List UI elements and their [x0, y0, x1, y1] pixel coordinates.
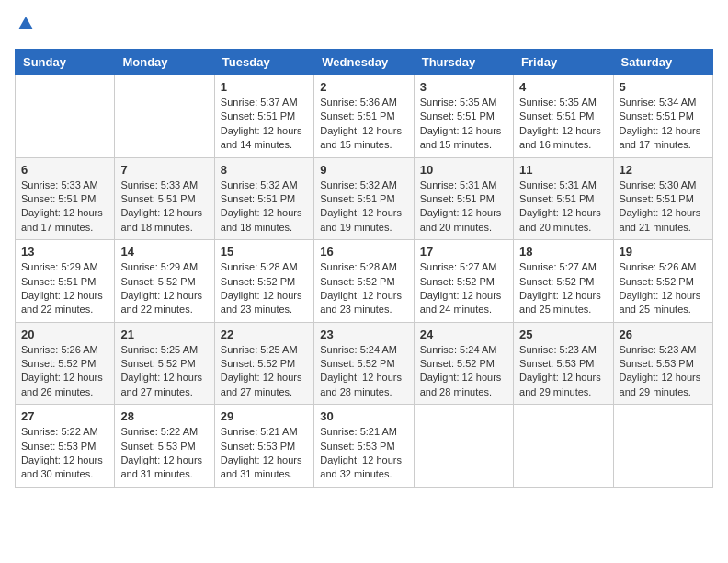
day-number: 14	[120, 245, 208, 259]
day-info: Sunrise: 5:24 AM Sunset: 5:52 PM Dayligh…	[420, 343, 507, 400]
day-info: Sunrise: 5:32 AM Sunset: 5:51 PM Dayligh…	[320, 178, 407, 236]
day-number: 19	[620, 245, 707, 259]
calendar-header-row: SundayMondayTuesdayWednesdayThursdayFrid…	[16, 50, 713, 75]
day-info: Sunrise: 5:33 AM Sunset: 5:51 PM Dayligh…	[21, 178, 108, 236]
day-number: 10	[420, 163, 507, 177]
day-number: 22	[221, 327, 308, 341]
day-number: 21	[120, 327, 208, 341]
day-info: Sunrise: 5:22 AM Sunset: 5:53 PM Dayligh…	[120, 425, 208, 482]
day-info: Sunrise: 5:32 AM Sunset: 5:51 PM Dayligh…	[221, 178, 308, 236]
calendar-cell: 20Sunrise: 5:26 AM Sunset: 5:52 PM Dayli…	[16, 322, 115, 405]
calendar-header-saturday: Saturday	[613, 50, 712, 75]
day-info: Sunrise: 5:29 AM Sunset: 5:51 PM Dayligh…	[21, 260, 108, 317]
day-info: Sunrise: 5:25 AM Sunset: 5:52 PM Dayligh…	[221, 343, 308, 400]
day-info: Sunrise: 5:27 AM Sunset: 5:52 PM Dayligh…	[519, 260, 607, 317]
day-info: Sunrise: 5:34 AM Sunset: 5:51 PM Dayligh…	[620, 96, 707, 153]
day-number: 12	[620, 163, 707, 177]
day-number: 23	[320, 327, 407, 341]
calendar-cell: 5Sunrise: 5:34 AM Sunset: 5:51 PM Daylig…	[613, 75, 712, 158]
day-number: 6	[21, 163, 108, 177]
day-number: 25	[519, 327, 607, 341]
calendar-header-sunday: Sunday	[16, 50, 115, 75]
day-info: Sunrise: 5:29 AM Sunset: 5:52 PM Dayligh…	[120, 260, 208, 317]
day-number: 4	[519, 80, 607, 94]
calendar-cell: 21Sunrise: 5:25 AM Sunset: 5:52 PM Dayli…	[115, 322, 214, 405]
day-number: 17	[420, 245, 507, 259]
calendar-cell: 23Sunrise: 5:24 AM Sunset: 5:52 PM Dayli…	[314, 322, 414, 405]
day-number: 28	[120, 409, 208, 423]
calendar-cell: 4Sunrise: 5:35 AM Sunset: 5:51 PM Daylig…	[514, 75, 613, 158]
day-number: 11	[519, 163, 607, 177]
day-number: 24	[420, 327, 507, 341]
calendar-header-monday: Monday	[115, 50, 214, 75]
calendar-cell	[115, 75, 214, 158]
day-number: 16	[320, 245, 407, 259]
logo-icon	[17, 15, 35, 33]
calendar-cell: 30Sunrise: 5:21 AM Sunset: 5:53 PM Dayli…	[314, 405, 414, 488]
day-number: 13	[21, 245, 108, 259]
day-number: 8	[221, 163, 308, 177]
calendar-cell: 29Sunrise: 5:21 AM Sunset: 5:53 PM Dayli…	[214, 405, 313, 488]
day-info: Sunrise: 5:28 AM Sunset: 5:52 PM Dayligh…	[221, 260, 308, 317]
logo	[15, 15, 35, 38]
day-info: Sunrise: 5:21 AM Sunset: 5:53 PM Dayligh…	[221, 425, 308, 482]
day-info: Sunrise: 5:35 AM Sunset: 5:51 PM Dayligh…	[420, 96, 507, 153]
day-info: Sunrise: 5:31 AM Sunset: 5:51 PM Dayligh…	[519, 178, 607, 236]
page-header	[15, 15, 713, 38]
calendar-cell: 7Sunrise: 5:33 AM Sunset: 5:51 PM Daylig…	[115, 157, 214, 240]
day-number: 5	[620, 80, 707, 94]
calendar-cell: 10Sunrise: 5:31 AM Sunset: 5:51 PM Dayli…	[414, 157, 513, 240]
calendar-cell: 13Sunrise: 5:29 AM Sunset: 5:51 PM Dayli…	[16, 240, 115, 323]
calendar-cell: 15Sunrise: 5:28 AM Sunset: 5:52 PM Dayli…	[214, 240, 313, 323]
day-info: Sunrise: 5:22 AM Sunset: 5:53 PM Dayligh…	[21, 425, 108, 482]
calendar-cell: 26Sunrise: 5:23 AM Sunset: 5:53 PM Dayli…	[613, 322, 712, 405]
calendar-table: SundayMondayTuesdayWednesdayThursdayFrid…	[15, 49, 713, 488]
calendar-header-thursday: Thursday	[414, 50, 513, 75]
calendar-cell: 9Sunrise: 5:32 AM Sunset: 5:51 PM Daylig…	[314, 157, 414, 240]
calendar-header-friday: Friday	[514, 50, 613, 75]
day-number: 30	[320, 409, 407, 423]
calendar-cell: 18Sunrise: 5:27 AM Sunset: 5:52 PM Dayli…	[514, 240, 613, 323]
day-info: Sunrise: 5:37 AM Sunset: 5:51 PM Dayligh…	[221, 96, 308, 153]
day-number: 15	[221, 245, 308, 259]
calendar-cell: 22Sunrise: 5:25 AM Sunset: 5:52 PM Dayli…	[214, 322, 313, 405]
day-number: 7	[120, 163, 208, 177]
day-number: 29	[221, 409, 308, 423]
calendar-week-4: 20Sunrise: 5:26 AM Sunset: 5:52 PM Dayli…	[16, 322, 713, 405]
day-info: Sunrise: 5:26 AM Sunset: 5:52 PM Dayligh…	[620, 260, 707, 317]
svg-marker-0	[18, 17, 33, 29]
day-info: Sunrise: 5:28 AM Sunset: 5:52 PM Dayligh…	[320, 260, 407, 317]
calendar-cell	[16, 75, 115, 158]
calendar-week-5: 27Sunrise: 5:22 AM Sunset: 5:53 PM Dayli…	[16, 405, 713, 488]
calendar-cell: 17Sunrise: 5:27 AM Sunset: 5:52 PM Dayli…	[414, 240, 513, 323]
day-info: Sunrise: 5:21 AM Sunset: 5:53 PM Dayligh…	[320, 425, 407, 482]
calendar-header-wednesday: Wednesday	[314, 50, 414, 75]
calendar-week-2: 6Sunrise: 5:33 AM Sunset: 5:51 PM Daylig…	[16, 157, 713, 240]
calendar-cell: 28Sunrise: 5:22 AM Sunset: 5:53 PM Dayli…	[115, 405, 214, 488]
day-info: Sunrise: 5:31 AM Sunset: 5:51 PM Dayligh…	[420, 178, 507, 236]
calendar-cell: 25Sunrise: 5:23 AM Sunset: 5:53 PM Dayli…	[514, 322, 613, 405]
calendar-cell	[414, 405, 513, 488]
calendar-cell: 19Sunrise: 5:26 AM Sunset: 5:52 PM Dayli…	[613, 240, 712, 323]
day-info: Sunrise: 5:26 AM Sunset: 5:52 PM Dayligh…	[21, 343, 108, 400]
logo-text	[15, 15, 35, 38]
calendar-cell: 3Sunrise: 5:35 AM Sunset: 5:51 PM Daylig…	[414, 75, 513, 158]
calendar-week-3: 13Sunrise: 5:29 AM Sunset: 5:51 PM Dayli…	[16, 240, 713, 323]
day-number: 9	[320, 163, 407, 177]
calendar-header-tuesday: Tuesday	[214, 50, 313, 75]
day-number: 26	[620, 327, 707, 341]
day-number: 27	[21, 409, 108, 423]
day-info: Sunrise: 5:35 AM Sunset: 5:51 PM Dayligh…	[519, 96, 607, 153]
calendar-cell: 14Sunrise: 5:29 AM Sunset: 5:52 PM Dayli…	[115, 240, 214, 323]
calendar-cell: 12Sunrise: 5:30 AM Sunset: 5:51 PM Dayli…	[613, 157, 712, 240]
calendar-cell: 6Sunrise: 5:33 AM Sunset: 5:51 PM Daylig…	[16, 157, 115, 240]
calendar-cell	[514, 405, 613, 488]
day-number: 2	[320, 80, 407, 94]
day-info: Sunrise: 5:23 AM Sunset: 5:53 PM Dayligh…	[519, 343, 607, 400]
day-info: Sunrise: 5:27 AM Sunset: 5:52 PM Dayligh…	[420, 260, 507, 317]
calendar-cell	[613, 405, 712, 488]
day-info: Sunrise: 5:24 AM Sunset: 5:52 PM Dayligh…	[320, 343, 407, 400]
day-number: 1	[221, 80, 308, 94]
day-number: 3	[420, 80, 507, 94]
day-info: Sunrise: 5:33 AM Sunset: 5:51 PM Dayligh…	[120, 178, 208, 236]
